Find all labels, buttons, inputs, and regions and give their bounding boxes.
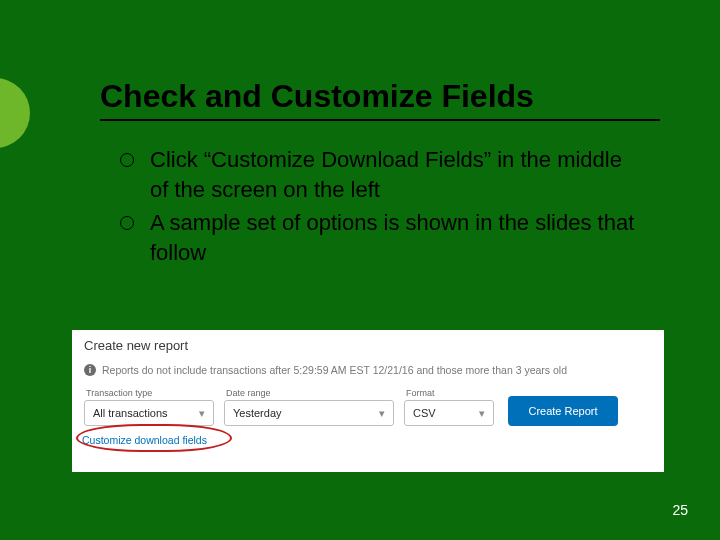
info-text: Reports do not include transactions afte…: [102, 364, 567, 376]
chevron-down-icon: ▾: [479, 407, 485, 420]
date-range-value: Yesterday: [233, 407, 282, 419]
chevron-down-icon: ▾: [199, 407, 205, 420]
chevron-down-icon: ▾: [379, 407, 385, 420]
bullet-item: Click “Customize Download Fields” in the…: [120, 145, 640, 204]
panel-heading: Create new report: [84, 338, 188, 353]
bullet-text: A sample set of options is shown in the …: [150, 208, 640, 267]
customize-download-fields-link[interactable]: Customize download fields: [82, 434, 207, 446]
slide-title: Check and Customize Fields: [100, 78, 660, 119]
date-range-select[interactable]: Yesterday ▾: [224, 400, 394, 426]
accent-circle-decoration: [0, 78, 30, 148]
create-report-button[interactable]: Create Report: [508, 396, 618, 426]
format-field: Format CSV ▾: [404, 388, 494, 426]
date-range-field: Date range Yesterday ▾: [224, 388, 394, 426]
transaction-type-label: Transaction type: [86, 388, 214, 398]
format-value: CSV: [413, 407, 436, 419]
customize-link-row: Customize download fields: [82, 430, 207, 448]
bullet-marker-icon: [120, 216, 134, 230]
bullet-text: Click “Customize Download Fields” in the…: [150, 145, 640, 204]
format-select[interactable]: CSV ▾: [404, 400, 494, 426]
title-block: Check and Customize Fields: [100, 78, 660, 121]
bullet-list: Click “Customize Download Fields” in the…: [120, 145, 640, 272]
bullet-marker-icon: [120, 153, 134, 167]
title-underline: [100, 119, 660, 121]
format-label: Format: [406, 388, 494, 398]
fields-row: Transaction type All transactions ▾ Date…: [84, 388, 618, 426]
transaction-type-field: Transaction type All transactions ▾: [84, 388, 214, 426]
create-report-label: Create Report: [528, 405, 597, 417]
transaction-type-value: All transactions: [93, 407, 168, 419]
bullet-item: A sample set of options is shown in the …: [120, 208, 640, 267]
page-number: 25: [672, 502, 688, 518]
info-row: i Reports do not include transactions af…: [84, 364, 567, 376]
slide: Check and Customize Fields Click “Custom…: [0, 0, 720, 540]
info-icon: i: [84, 364, 96, 376]
transaction-type-select[interactable]: All transactions ▾: [84, 400, 214, 426]
report-panel-screenshot: Create new report i Reports do not inclu…: [72, 330, 664, 472]
date-range-label: Date range: [226, 388, 394, 398]
